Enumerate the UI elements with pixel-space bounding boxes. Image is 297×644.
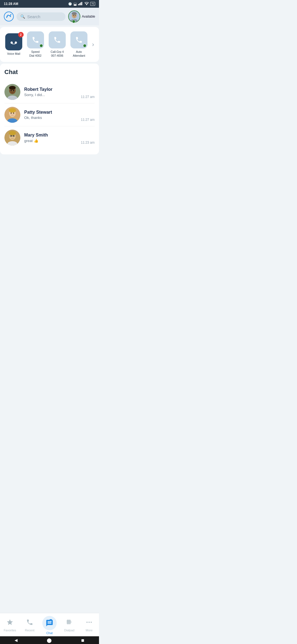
contact-name-patty-stewart: Patty Stewart bbox=[24, 110, 77, 115]
svg-point-18 bbox=[11, 90, 12, 91]
svg-point-25 bbox=[13, 113, 14, 114]
svg-rect-1 bbox=[79, 3, 80, 5]
search-bar[interactable]: 🔍 Search bbox=[16, 12, 65, 21]
svg-point-16 bbox=[9, 86, 16, 90]
status-time: 11:28 AM bbox=[4, 2, 18, 6]
search-placeholder: Search bbox=[27, 14, 40, 19]
avatar-mary-smith bbox=[4, 130, 20, 146]
quick-actions-panel: 2 Voice Mail SpeedDial 4002 Call-Grp 400… bbox=[0, 27, 99, 62]
last-message-robert-taylor: Sorry, I did... bbox=[24, 93, 77, 97]
svg-rect-0 bbox=[78, 4, 79, 5]
quick-action-voicemail[interactable]: 2 Voice Mail bbox=[4, 33, 23, 56]
svg-point-6 bbox=[7, 16, 8, 17]
chat-info-mary-smith: Mary Smith great 👍 bbox=[24, 133, 77, 143]
contact-name-robert-taylor: Robert Taylor bbox=[24, 87, 77, 92]
svg-point-5 bbox=[4, 12, 13, 21]
quick-action-auto-attendant[interactable]: AutoAttendant bbox=[69, 31, 89, 58]
battery-icon: 75 bbox=[90, 2, 95, 6]
quick-action-speed-dial[interactable]: SpeedDial 4002 bbox=[26, 31, 45, 58]
call-grp-label: Call-Grp 4007-4006 bbox=[51, 50, 64, 58]
quick-action-call-grp[interactable]: Call-Grp 4007-4006 bbox=[47, 31, 67, 58]
app-logo bbox=[4, 12, 14, 21]
last-message-mary-smith: great 👍 bbox=[24, 138, 77, 143]
svg-point-27 bbox=[14, 114, 15, 114]
header: 🔍 Search bbox=[0, 8, 99, 25]
speed-dial-online-dot bbox=[40, 44, 43, 47]
chat-item-mary-smith[interactable]: Mary Smith great 👍 11:23 am bbox=[4, 126, 95, 149]
status-bar: 11:28 AM 🕐 ⬓ 75 bbox=[0, 0, 99, 8]
svg-rect-2 bbox=[80, 2, 81, 5]
main-content: 2 Voice Mail SpeedDial 4002 Call-Grp 400… bbox=[0, 27, 99, 179]
svg-point-7 bbox=[10, 16, 11, 17]
more-actions-chevron[interactable]: › bbox=[91, 41, 95, 48]
auto-attendant-label: AutoAttendant bbox=[73, 50, 85, 58]
bluetooth-icon: ⬓ bbox=[73, 2, 77, 6]
svg-point-4 bbox=[86, 4, 87, 5]
contact-name-mary-smith: Mary Smith bbox=[24, 133, 77, 138]
call-grp-icon-bg bbox=[49, 31, 66, 48]
available-status-dot bbox=[72, 20, 75, 23]
chat-item-robert-taylor[interactable]: Robert Taylor Sorry, I did... 11:27 am bbox=[4, 81, 95, 103]
last-message-patty-stewart: Ok, thanks bbox=[24, 116, 77, 120]
signal-icon bbox=[78, 2, 83, 6]
chat-item-patty-stewart[interactable]: Patty Stewart Ok, thanks 11:27 am bbox=[4, 103, 95, 126]
chat-info-patty-stewart: Patty Stewart Ok, thanks bbox=[24, 110, 77, 120]
message-time-patty-stewart: 11:27 am bbox=[81, 118, 95, 122]
message-time-mary-smith: 11:23 am bbox=[81, 141, 95, 144]
auto-attendant-icon-bg bbox=[70, 31, 87, 48]
voicemail-badge: 2 bbox=[18, 32, 24, 37]
avatar-robert-taylor bbox=[4, 84, 20, 100]
chat-info-robert-taylor: Robert Taylor Sorry, I did... bbox=[24, 87, 77, 97]
auto-attendant-online-dot bbox=[83, 44, 86, 47]
speed-dial-label: SpeedDial 4002 bbox=[29, 50, 42, 58]
quick-actions-row: 2 Voice Mail SpeedDial 4002 Call-Grp 400… bbox=[4, 31, 95, 58]
header-right: Available bbox=[68, 10, 95, 23]
wifi-icon bbox=[84, 2, 89, 6]
avatar-patty-stewart bbox=[4, 107, 20, 123]
alarm-icon: 🕐 bbox=[68, 2, 72, 6]
svg-point-22 bbox=[9, 108, 16, 113]
svg-point-12 bbox=[73, 15, 74, 16]
svg-point-10 bbox=[72, 12, 76, 15]
svg-point-19 bbox=[13, 90, 14, 91]
search-icon: 🔍 bbox=[20, 14, 25, 19]
svg-point-30 bbox=[9, 131, 16, 135]
voicemail-icon-bg: 2 bbox=[5, 33, 22, 50]
voicemail-label: Voice Mail bbox=[7, 52, 20, 56]
speed-dial-icon-bg bbox=[27, 31, 44, 48]
svg-rect-3 bbox=[81, 2, 82, 5]
user-avatar-container[interactable] bbox=[68, 10, 80, 23]
status-icons: 🕐 ⬓ 75 bbox=[68, 2, 95, 6]
svg-point-13 bbox=[75, 15, 75, 16]
svg-point-24 bbox=[11, 113, 12, 114]
available-label: Available bbox=[82, 15, 95, 18]
chat-section: Chat Robert Taylor Sorry, I did... bbox=[0, 64, 99, 154]
message-time-robert-taylor: 11:27 am bbox=[81, 95, 95, 99]
chat-title: Chat bbox=[4, 69, 95, 76]
svg-point-26 bbox=[10, 114, 11, 114]
